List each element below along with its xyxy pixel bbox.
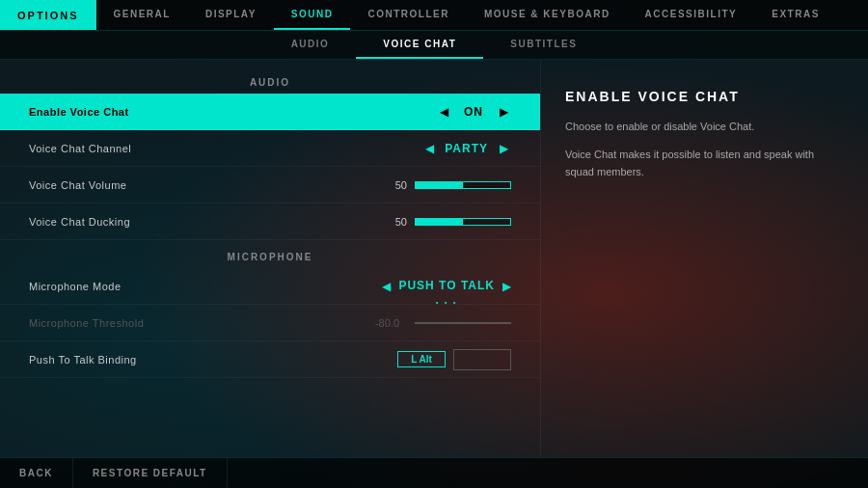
ptk-dots: • • • — [436, 298, 458, 307]
setting-row-push_to_talk_binding: Push To Talk BindingL Alt — [0, 341, 540, 378]
microphone-section-header: MICROPHONE — [0, 244, 540, 268]
sub-tab-audio[interactable]: AUDIO — [264, 31, 357, 59]
setting-row-microphone_mode: Microphone Mode◀PUSH TO TALK• • •▶ — [0, 268, 540, 305]
audio-section-header: AUDIO — [0, 69, 540, 94]
value-num-voice_chat_volume: 50 — [383, 179, 407, 191]
nav-tab-sound[interactable]: SOUND — [274, 0, 351, 30]
options-label: opTIOns — [0, 0, 96, 30]
value-num-microphone_threshold: -80.0 — [375, 317, 399, 329]
binding-secondary-push_to_talk_binding[interactable] — [453, 349, 511, 370]
setting-label-microphone_threshold: Microphone Threshold — [29, 317, 375, 329]
sub-tab-subtitles[interactable]: SUBTITLES — [483, 31, 604, 59]
nav-tab-accessibility[interactable]: ACCESSIBILITY — [628, 0, 755, 30]
main-content: AUDIO Enable Voice Chat◀ON▶Voice Chat Ch… — [0, 60, 868, 457]
arrow-right-microphone_mode[interactable]: ▶ — [502, 280, 511, 293]
help-paragraph-0: Choose to enable or disable Voice Chat. — [565, 118, 844, 136]
arrow-right-enable_voice_chat[interactable]: ▶ — [496, 105, 511, 119]
slider-fill-voice_chat_volume — [416, 182, 463, 188]
bottom-btn-restore_default[interactable]: RESTORE DEFAULT — [73, 458, 228, 488]
slider-voice_chat_volume[interactable] — [415, 181, 511, 189]
setting-row-voice_chat_ducking: Voice Chat Ducking50 — [0, 203, 540, 240]
arrow-right-voice_chat_channel[interactable]: ▶ — [496, 142, 511, 155]
nav-tab-display[interactable]: DISPLAY — [188, 0, 274, 30]
left-panel: AUDIO Enable Voice Chat◀ON▶Voice Chat Ch… — [0, 60, 540, 457]
setting-control-voice_chat_ducking: 50 — [383, 216, 511, 228]
help-title: ENABLE VOICE CHAT — [565, 89, 844, 104]
nav-tab-mouse_keyboard[interactable]: MOUSE & KEYBOARD — [467, 0, 628, 30]
value-num-voice_chat_ducking: 50 — [383, 216, 407, 228]
help-paragraphs: Choose to enable or disable Voice Chat.V… — [565, 118, 844, 181]
mic-settings: Microphone Mode◀PUSH TO TALK• • •▶Microp… — [0, 268, 540, 378]
nav-tab-general[interactable]: GENERAL — [96, 0, 188, 30]
binding-primary-push_to_talk_binding[interactable]: L Alt — [397, 351, 446, 367]
setting-label-voice_chat_channel: Voice Chat Channel — [29, 143, 421, 154]
setting-label-microphone_mode: Microphone Mode — [29, 281, 382, 292]
slider-voice_chat_ducking[interactable] — [415, 218, 511, 226]
sub-nav: AUDIOVOICE CHATSUBTITLES — [0, 31, 868, 60]
nav-tab-controller[interactable]: CONTROLLER — [350, 0, 466, 30]
setting-label-push_to_talk_binding: Push To Talk Binding — [29, 354, 397, 366]
ptk-wrapper: PUSH TO TALK• • • — [398, 276, 495, 297]
bottom-bar: BACKRESTORE DEFAULT — [0, 457, 868, 488]
setting-row-enable_voice_chat: Enable Voice Chat◀ON▶ — [0, 94, 540, 130]
arrow-left-microphone_mode[interactable]: ◀ — [382, 280, 391, 293]
setting-control-voice_chat_volume: 50 — [383, 179, 511, 191]
setting-row-microphone_threshold: Microphone Threshold-80.0 — [0, 305, 540, 341]
threshold-line — [415, 322, 511, 324]
setting-label-enable_voice_chat: Enable Voice Chat — [29, 106, 436, 118]
arrow-left-enable_voice_chat[interactable]: ◀ — [436, 105, 451, 119]
setting-row-voice_chat_volume: Voice Chat Volume50 — [0, 167, 540, 203]
arrow-left-voice_chat_channel[interactable]: ◀ — [421, 142, 437, 155]
setting-control-microphone_mode: ◀PUSH TO TALK• • •▶ — [382, 276, 511, 297]
right-panel: ENABLE VOICE CHAT Choose to enable or di… — [540, 60, 868, 457]
bottom-btn-back[interactable]: BACK — [0, 458, 73, 488]
setting-control-enable_voice_chat: ◀ON▶ — [436, 105, 511, 119]
nav-tabs: GENERALDISPLAYSOUNDCONTROLLERMOUSE & KEY… — [96, 0, 868, 30]
setting-control-microphone_threshold: -80.0 — [375, 317, 511, 329]
setting-label-voice_chat_volume: Voice Chat Volume — [29, 179, 383, 191]
setting-label-voice_chat_ducking: Voice Chat Ducking — [29, 216, 383, 228]
audio-settings: Enable Voice Chat◀ON▶Voice Chat Channel◀… — [0, 94, 540, 240]
setting-row-voice_chat_channel: Voice Chat Channel◀PARTY▶ — [0, 130, 540, 167]
value-microphone_mode: PUSH TO TALK — [398, 279, 495, 292]
slider-fill-voice_chat_ducking — [416, 219, 463, 225]
value-voice_chat_channel: PARTY — [445, 142, 488, 155]
nav-tab-extras[interactable]: EXTRAS — [754, 0, 837, 30]
top-nav: opTIOns GENERALDISPLAYSOUNDCONTROLLERMOU… — [0, 0, 868, 31]
sub-tab-voice_chat[interactable]: VOICE CHAT — [356, 31, 483, 59]
setting-control-push_to_talk_binding: L Alt — [397, 349, 511, 370]
setting-control-voice_chat_channel: ◀PARTY▶ — [421, 142, 511, 155]
value-enable_voice_chat: ON — [459, 105, 488, 119]
help-paragraph-1: Voice Chat makes it possible to listen a… — [565, 146, 844, 181]
